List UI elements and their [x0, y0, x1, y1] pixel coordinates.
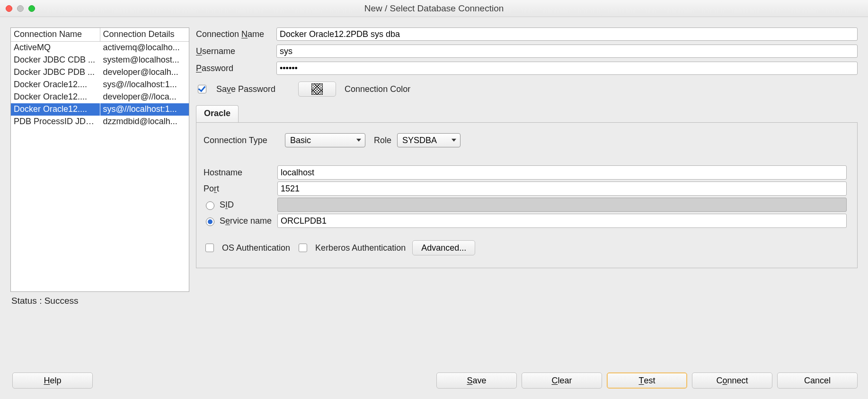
table-row[interactable]: Docker Oracle12....developer@//loca... — [11, 91, 189, 103]
sid-input — [277, 198, 847, 212]
cell-connection-details: sys@//localhost:1... — [100, 79, 189, 91]
oracle-panel: Connection Type Basic Role SYSDBA — [196, 123, 858, 268]
os-auth-checkbox[interactable] — [205, 244, 214, 252]
save-button[interactable]: Save — [436, 372, 517, 389]
connection-form: Connection Name Username Password Save P… — [196, 27, 858, 292]
cell-connection-details: sys@//localhost:1... — [100, 103, 189, 116]
col-connection-details[interactable]: Connection Details — [100, 28, 189, 42]
label-save-password: Save Password — [216, 84, 275, 94]
save-password-checkbox[interactable] — [198, 85, 206, 93]
status-text: Status : Success — [0, 292, 868, 306]
tab-oracle[interactable]: Oracle — [196, 105, 239, 122]
label-hostname: Hostname — [204, 168, 277, 178]
cell-connection-details: system@localhost... — [100, 54, 189, 66]
kerberos-auth-checkbox[interactable] — [299, 244, 307, 252]
connection-list[interactable]: Connection Name Connection Details Activ… — [10, 27, 189, 292]
port-input[interactable] — [277, 181, 847, 196]
role-select[interactable]: SYSDBA — [397, 133, 461, 147]
label-username: Username — [196, 46, 276, 56]
label-password: Password — [196, 63, 276, 73]
label-connection-color: Connection Color — [345, 84, 410, 94]
label-kerberos-auth: Kerberos Authentication — [315, 243, 406, 253]
cancel-button[interactable]: Cancel — [777, 372, 858, 389]
cell-connection-name: Docker Oracle12.... — [11, 103, 100, 116]
cell-connection-details: developer@//loca... — [100, 91, 189, 103]
connection-type-select[interactable]: Basic — [285, 133, 365, 147]
service-name-input[interactable] — [277, 214, 847, 228]
label-role: Role — [374, 136, 391, 145]
cell-connection-name: Docker Oracle12.... — [11, 79, 100, 91]
connection-color-button[interactable] — [298, 82, 336, 97]
label-os-auth: OS Authentication — [222, 243, 290, 253]
connection-list-header: Connection Name Connection Details — [11, 28, 189, 42]
cell-connection-details: dzzmdbid@localh... — [100, 116, 189, 128]
cell-connection-details: activemq@localho... — [100, 42, 189, 54]
cell-connection-name: Docker Oracle12.... — [11, 91, 100, 103]
hostname-input[interactable] — [277, 165, 847, 180]
cell-connection-name: ActiveMQ — [11, 42, 100, 54]
password-input[interactable] — [276, 62, 858, 75]
table-row[interactable]: Docker Oracle12....sys@//localhost:1... — [11, 103, 189, 116]
dialog-window: New / Select Database Connection Connect… — [0, 0, 868, 399]
help-button[interactable]: Help — [12, 372, 93, 389]
cell-connection-name: Docker JDBC PDB ... — [11, 66, 100, 79]
table-row[interactable]: PDB ProcessID JDBCdzzmdbid@localh... — [11, 116, 189, 128]
window-title: New / Select Database Connection — [0, 3, 868, 14]
cell-connection-details: developer@localh... — [100, 66, 189, 79]
cell-connection-name: PDB ProcessID JDBC — [11, 116, 100, 128]
table-row[interactable]: Docker JDBC CDB ...system@localhost... — [11, 54, 189, 66]
label-connection-type: Connection Type — [204, 136, 279, 145]
connection-name-input[interactable] — [276, 27, 858, 41]
label-service-name: Service name — [204, 216, 277, 226]
button-bar: Help Save Clear Test Connect Cancel — [0, 363, 868, 399]
label-port: Port — [204, 184, 277, 194]
table-row[interactable]: Docker JDBC PDB ...developer@localh... — [11, 66, 189, 79]
color-picker-icon — [311, 83, 323, 95]
label-sid: SID — [204, 200, 277, 210]
titlebar: New / Select Database Connection — [0, 0, 868, 17]
clear-button[interactable]: Clear — [522, 372, 602, 389]
table-row[interactable]: Docker Oracle12....sys@//localhost:1... — [11, 79, 189, 91]
sid-radio[interactable] — [206, 201, 214, 210]
col-connection-name[interactable]: Connection Name — [11, 28, 100, 42]
test-button[interactable]: Test — [607, 372, 687, 389]
service-name-radio[interactable] — [206, 218, 214, 226]
advanced-button[interactable]: Advanced... — [412, 240, 475, 255]
cell-connection-name: Docker JDBC CDB ... — [11, 54, 100, 66]
table-row[interactable]: ActiveMQactivemq@localho... — [11, 42, 189, 54]
label-connection-name: Connection Name — [196, 29, 276, 39]
connect-button[interactable]: Connect — [692, 372, 772, 389]
username-input[interactable] — [276, 45, 858, 58]
